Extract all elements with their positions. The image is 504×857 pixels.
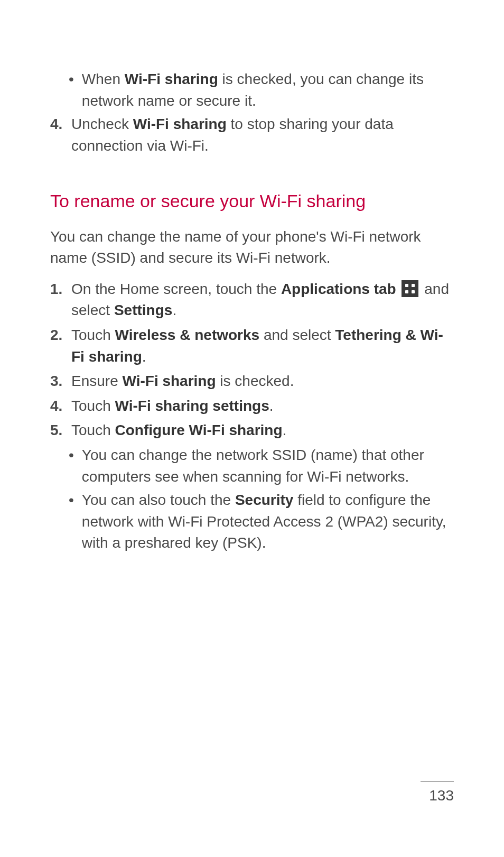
step-text: Ensure Wi-Fi sharing is checked. bbox=[71, 371, 454, 392]
text-fragment: Touch bbox=[71, 327, 115, 343]
step-number: 5. bbox=[50, 420, 66, 441]
sub-bullet-b: • You can also touch the Security field … bbox=[69, 490, 454, 554]
text-fragment: You can also touch the bbox=[82, 492, 235, 508]
step-text: Uncheck Wi-Fi sharing to stop sharing yo… bbox=[71, 114, 454, 156]
top-bullet-item: • When Wi-Fi sharing is checked, you can… bbox=[69, 69, 454, 112]
text-fragment: On the Home screen, touch the bbox=[71, 281, 281, 297]
step-text: On the Home screen, touch the Applicatio… bbox=[71, 279, 454, 321]
text-fragment: Ensure bbox=[71, 373, 123, 389]
bullet-text: You can change the network SSID (name) t… bbox=[82, 445, 454, 487]
text-fragment: . bbox=[269, 398, 274, 414]
applications-tab-icon bbox=[402, 280, 418, 297]
step-number: 1. bbox=[50, 279, 66, 321]
step-number: 4. bbox=[50, 395, 66, 417]
step-number: 2. bbox=[50, 325, 66, 367]
step-text: Touch Configure Wi-Fi sharing. bbox=[71, 420, 454, 441]
bullet-mark: • bbox=[69, 490, 74, 554]
step-2: 2. Touch Wireless & networks and select … bbox=[50, 325, 454, 367]
text-fragment: . bbox=[283, 422, 287, 438]
text-fragment: and select bbox=[259, 327, 335, 343]
bold-text: Configure Wi-Fi sharing bbox=[115, 422, 283, 438]
bold-text: Settings bbox=[114, 302, 172, 318]
text-fragment: Touch bbox=[71, 422, 115, 438]
bullet-text: When Wi-Fi sharing is checked, you can c… bbox=[82, 69, 454, 112]
text-fragment: Uncheck bbox=[71, 116, 133, 132]
sub-bullet-a: • You can change the network SSID (name)… bbox=[69, 445, 454, 487]
step-1: 1. On the Home screen, touch the Applica… bbox=[50, 279, 454, 321]
step-text: Touch Wi-Fi sharing settings. bbox=[71, 395, 454, 417]
step-number: 3. bbox=[50, 371, 66, 392]
section-heading: To rename or secure your Wi-Fi sharing bbox=[50, 188, 454, 214]
bold-text: Wi-Fi sharing settings bbox=[115, 398, 269, 414]
bold-text: Security bbox=[235, 492, 294, 508]
text-fragment: Touch bbox=[71, 398, 115, 414]
bullet-text: You can also touch the Security field to… bbox=[82, 490, 454, 554]
text-fragment: . bbox=[142, 348, 146, 365]
step-5: 5. Touch Configure Wi-Fi sharing. bbox=[50, 420, 454, 441]
step-4-top: 4. Uncheck Wi-Fi sharing to stop sharing… bbox=[50, 114, 454, 156]
text-fragment: . bbox=[172, 302, 176, 318]
text-fragment: is checked. bbox=[216, 373, 294, 389]
step-4: 4. Touch Wi-Fi sharing settings. bbox=[50, 395, 454, 417]
bold-text: Wi-Fi sharing bbox=[133, 116, 227, 132]
step-text: Touch Wireless & networks and select Tet… bbox=[71, 325, 454, 367]
bold-text: Wi-Fi sharing bbox=[123, 373, 216, 389]
bullet-mark: • bbox=[69, 69, 74, 112]
step-3: 3. Ensure Wi-Fi sharing is checked. bbox=[50, 371, 454, 392]
page-number: 133 bbox=[421, 781, 454, 807]
step-number: 4. bbox=[50, 114, 66, 156]
bold-text: Wi-Fi sharing bbox=[125, 71, 218, 87]
text-fragment: When bbox=[82, 71, 125, 87]
bold-text: Applications tab bbox=[281, 281, 396, 297]
intro-paragraph: You can change the name of your phone's … bbox=[50, 226, 454, 269]
bullet-mark: • bbox=[69, 445, 74, 487]
bold-text: Wireless & networks bbox=[115, 327, 260, 343]
